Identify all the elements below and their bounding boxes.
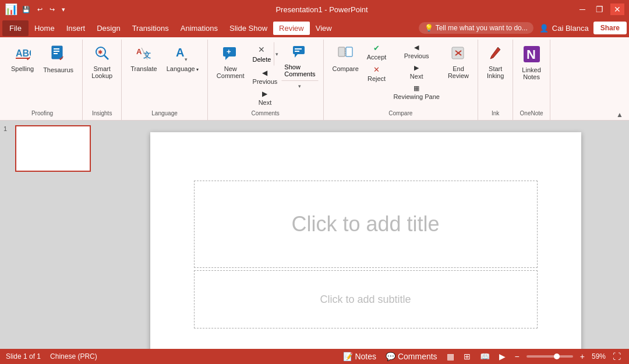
svg-rect-3: [54, 48, 59, 50]
redo-qat-btn[interactable]: ↪: [47, 5, 57, 15]
slide-number: 1: [3, 125, 12, 132]
reviewing-pane-button[interactable]: ▦ Reviewing Pane: [390, 83, 443, 102]
svg-rect-22: [338, 47, 345, 56]
show-comments-dropdown[interactable]: ▾: [281, 80, 318, 92]
delete-button[interactable]: ✕ Delete ▾: [250, 42, 281, 66]
accept-icon: ✔: [373, 44, 380, 52]
smart-lookup-button[interactable]: ✱ SmartLookup: [87, 42, 116, 82]
spelling-button[interactable]: ABC✔ Spelling: [7, 42, 38, 75]
start-inking-button[interactable]: StartInking: [483, 42, 508, 82]
ribbon-group-language: A文 Translate A▾ Language ▾ Language: [122, 40, 208, 120]
prev-change-icon: ◀: [414, 44, 419, 51]
menu-transitions[interactable]: Transitions: [126, 22, 175, 35]
slide-sorter-btn[interactable]: ⊞: [461, 351, 473, 362]
start-inking-icon: [487, 45, 504, 63]
undo-qat-btn[interactable]: ↩: [35, 5, 45, 15]
normal-view-btn[interactable]: ▦: [444, 351, 457, 362]
next-comment-button[interactable]: ▶ Next: [250, 88, 281, 108]
title-placeholder[interactable]: Click to add title: [194, 181, 538, 268]
smart-lookup-icon: ✱: [94, 45, 110, 63]
reviewing-pane-icon: ▦: [414, 84, 419, 92]
user-area[interactable]: 👤 Cai Blanca: [539, 24, 589, 33]
translate-button[interactable]: A文 Translate: [126, 42, 161, 75]
menu-view[interactable]: View: [310, 22, 338, 35]
fit-slide-btn[interactable]: ⛶: [610, 351, 623, 362]
menu-home[interactable]: Home: [29, 22, 61, 35]
save-qat-btn[interactable]: 💾: [20, 5, 33, 15]
ribbon: ABC✔ Spelling ✔ Thesaurus Proofing ✱: [0, 37, 629, 121]
end-review-icon: [450, 45, 467, 63]
svg-text:A: A: [136, 47, 142, 56]
new-comment-icon: +: [222, 45, 239, 63]
linked-notes-button[interactable]: N LinkedNotes: [518, 42, 545, 83]
language-label: Language ▾: [167, 65, 199, 72]
zoom-in-btn[interactable]: +: [578, 351, 587, 362]
compare-icon: [337, 45, 354, 63]
end-review-button[interactable]: EndReview: [444, 42, 473, 82]
reading-view-btn[interactable]: 📖: [478, 351, 492, 362]
restore-btn[interactable]: ❐: [592, 3, 607, 15]
new-comment-button[interactable]: + NewComment: [213, 42, 249, 82]
slideshow-btn[interactable]: ▶: [497, 351, 508, 362]
svg-text:✔: ✔: [26, 55, 31, 61]
zoom-slider[interactable]: [526, 355, 573, 358]
menu-slideshow[interactable]: Slide Show: [224, 22, 273, 35]
compare-group-label: Compare: [388, 110, 412, 118]
comments-status-button[interactable]: 💬 Comments: [383, 351, 440, 362]
thesaurus-icon: ✔: [51, 45, 66, 65]
thesaurus-label: Thesaurus: [43, 66, 73, 73]
svg-text:+: +: [227, 47, 231, 56]
start-inking-label: StartInking: [487, 65, 504, 79]
linked-notes-label: LinkedNotes: [522, 66, 540, 80]
ribbon-collapse-btn[interactable]: ▲: [613, 109, 627, 120]
next-change-button[interactable]: ▶ Next: [390, 62, 443, 82]
window-title: Presentation1 - PowerPoint: [68, 5, 576, 14]
zoom-out-btn[interactable]: −: [513, 351, 522, 362]
menu-insert[interactable]: Insert: [61, 22, 91, 35]
slide-canvas[interactable]: Click to add title Click to add subtitle: [150, 132, 581, 349]
language-button[interactable]: A▾ Language ▾: [162, 42, 203, 75]
compare-button[interactable]: Compare: [328, 42, 363, 75]
slide-thumbnail[interactable]: [15, 125, 91, 172]
svg-rect-21: [295, 51, 299, 52]
show-comments-button[interactable]: ShowComments ▾: [281, 42, 318, 92]
zoom-percent[interactable]: 59%: [592, 352, 606, 361]
subtitle-placeholder[interactable]: Click to add subtitle: [194, 270, 538, 328]
ribbon-group-ink: StartInking Ink: [478, 40, 513, 120]
linked-notes-icon: N: [522, 45, 541, 65]
translate-icon: A文: [136, 45, 152, 63]
minimize-btn[interactable]: ─: [576, 3, 589, 15]
title-bar-right: ─ ❐ ✕: [576, 3, 624, 15]
prev-change-button[interactable]: ◀ Previous: [390, 42, 443, 61]
menu-review[interactable]: Review: [273, 22, 310, 35]
accept-button[interactable]: ✔ Accept: [364, 42, 390, 62]
reject-button[interactable]: ✕ Reject: [364, 63, 390, 84]
menu-file[interactable]: File: [2, 20, 29, 36]
ribbon-group-proofing: ABC✔ Spelling ✔ Thesaurus Proofing: [2, 40, 83, 120]
tell-me-input[interactable]: 💡 Tell me what you want to do...: [419, 22, 533, 34]
thesaurus-button[interactable]: ✔ Thesaurus: [39, 42, 77, 76]
notes-button[interactable]: 📝 Notes: [341, 351, 379, 362]
delete-dropdown[interactable]: ▾: [274, 42, 280, 66]
slide-panel: 1: [0, 121, 102, 349]
svg-text:▾: ▾: [185, 56, 188, 62]
menu-animations[interactable]: Animations: [175, 22, 224, 35]
main-area: 1 Click to add title Click to add subtit…: [0, 121, 629, 349]
previous-comment-button[interactable]: ◀ Previous: [250, 67, 281, 87]
onenote-group-label: OneNote: [520, 110, 543, 118]
menu-design[interactable]: Design: [91, 22, 126, 35]
status-bar: Slide 1 of 1 Chinese (PRC) 📝 Notes 💬 Com…: [0, 349, 629, 364]
previous-icon: ◀: [262, 69, 267, 77]
customize-qat-btn[interactable]: ▾: [59, 5, 68, 15]
close-btn[interactable]: ✕: [610, 3, 624, 15]
ribbon-group-insights: ✱ SmartLookup Insights: [83, 40, 122, 120]
menu-bar: File Home Insert Design Transitions Anim…: [0, 19, 629, 37]
share-button[interactable]: Share: [593, 22, 627, 34]
show-comments-icon: [292, 45, 308, 62]
new-comment-label: NewComment: [217, 65, 245, 79]
svg-text:N: N: [526, 47, 536, 62]
svg-rect-20: [295, 48, 302, 50]
end-review-label: EndReview: [448, 65, 469, 79]
spelling-label: Spelling: [11, 65, 34, 72]
svg-text:文: 文: [143, 51, 151, 59]
